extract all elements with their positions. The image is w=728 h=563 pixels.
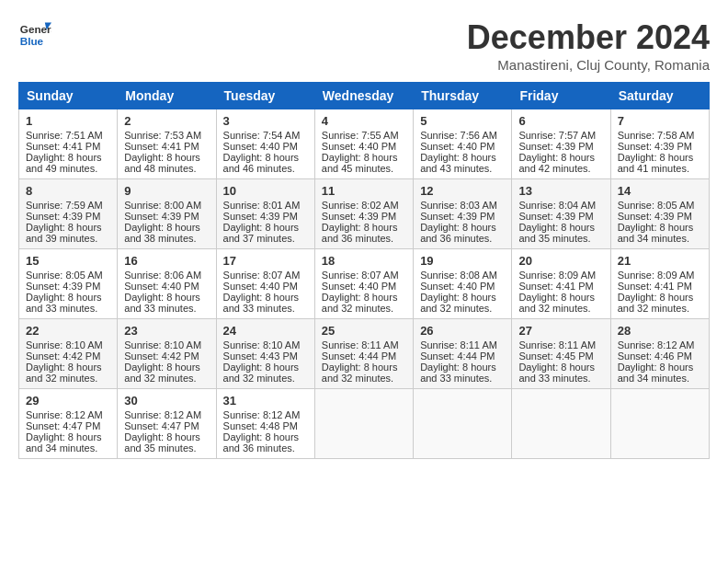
calendar-cell: 8Sunrise: 7:59 AMSunset: 4:39 PMDaylight…	[19, 179, 118, 249]
day-number: 7	[618, 114, 702, 128]
sunrise: Sunrise: 8:11 AM	[420, 339, 497, 350]
header-thursday: Thursday	[414, 83, 512, 109]
sunrise: Sunrise: 8:05 AM	[26, 270, 103, 281]
sunset: Sunset: 4:39 PM	[26, 211, 100, 222]
day-number: 21	[618, 254, 702, 268]
sunrise: Sunrise: 8:07 AM	[322, 270, 399, 281]
day-number: 8	[26, 184, 110, 198]
sunrise: Sunrise: 8:12 AM	[26, 409, 103, 420]
calendar-cell: 22Sunrise: 8:10 AMSunset: 4:42 PMDayligh…	[19, 319, 118, 389]
sunrise: Sunrise: 7:54 AM	[223, 130, 301, 141]
daylight: Daylight: 8 hours and 36 minutes.	[322, 222, 398, 244]
sunrise: Sunrise: 8:03 AM	[420, 200, 497, 211]
day-number: 30	[124, 394, 209, 408]
daylight: Daylight: 8 hours and 39 minutes.	[26, 222, 102, 244]
daylight: Daylight: 8 hours and 38 minutes.	[124, 222, 200, 244]
day-number: 24	[223, 324, 308, 338]
calendar-cell: 6Sunrise: 7:57 AMSunset: 4:39 PMDaylight…	[512, 109, 610, 179]
sunset: Sunset: 4:39 PM	[124, 211, 199, 222]
calendar-cell: 3Sunrise: 7:54 AMSunset: 4:40 PMDaylight…	[216, 109, 314, 179]
daylight: Daylight: 8 hours and 46 minutes.	[223, 152, 300, 174]
sunset: Sunset: 4:39 PM	[618, 211, 692, 222]
day-number: 5	[420, 114, 505, 128]
day-number: 11	[322, 184, 406, 198]
calendar-week-5: 29Sunrise: 8:12 AMSunset: 4:47 PMDayligh…	[19, 389, 710, 459]
sunset: Sunset: 4:42 PM	[26, 350, 100, 362]
daylight: Daylight: 8 hours and 32 minutes.	[124, 362, 200, 384]
sunrise: Sunrise: 8:01 AM	[223, 200, 301, 211]
day-number: 26	[420, 324, 505, 338]
sunset: Sunset: 4:46 PM	[618, 350, 692, 362]
day-number: 16	[124, 254, 209, 268]
calendar-cell: 5Sunrise: 7:56 AMSunset: 4:40 PMDaylight…	[414, 109, 512, 179]
daylight: Daylight: 8 hours and 33 minutes.	[124, 292, 200, 314]
sunset: Sunset: 4:39 PM	[223, 211, 298, 222]
calendar-cell: 21Sunrise: 8:09 AMSunset: 4:41 PMDayligh…	[610, 249, 709, 319]
sunset: Sunset: 4:39 PM	[518, 141, 593, 152]
sunset: Sunset: 4:47 PM	[124, 420, 199, 431]
sunset: Sunset: 4:39 PM	[518, 211, 593, 222]
day-number: 17	[223, 254, 308, 268]
header-sunday: Sunday	[19, 83, 118, 109]
calendar-cell: 24Sunrise: 8:10 AMSunset: 4:43 PMDayligh…	[216, 319, 314, 389]
daylight: Daylight: 8 hours and 33 minutes.	[26, 292, 102, 314]
calendar-cell: 20Sunrise: 8:09 AMSunset: 4:41 PMDayligh…	[512, 249, 610, 319]
day-number: 31	[223, 394, 308, 408]
day-number: 4	[322, 114, 406, 128]
sunrise: Sunrise: 7:55 AM	[322, 130, 399, 141]
calendar-week-2: 8Sunrise: 7:59 AMSunset: 4:39 PMDaylight…	[19, 179, 710, 249]
location: Manastireni, Cluj County, Romania	[467, 57, 710, 73]
sunrise: Sunrise: 8:10 AM	[124, 339, 201, 350]
header-wednesday: Wednesday	[314, 83, 413, 109]
calendar-cell: 1Sunrise: 7:51 AMSunset: 4:41 PMDaylight…	[19, 109, 118, 179]
calendar-cell: 19Sunrise: 8:08 AMSunset: 4:40 PMDayligh…	[414, 249, 512, 319]
sunrise: Sunrise: 8:08 AM	[420, 270, 497, 281]
sunrise: Sunrise: 8:05 AM	[618, 200, 695, 211]
sunset: Sunset: 4:40 PM	[420, 141, 495, 152]
sunrise: Sunrise: 8:10 AM	[223, 339, 301, 350]
calendar-cell: 16Sunrise: 8:06 AMSunset: 4:40 PMDayligh…	[118, 249, 216, 319]
sunset: Sunset: 4:39 PM	[26, 281, 100, 292]
sunrise: Sunrise: 7:59 AM	[26, 200, 103, 211]
calendar-cell	[314, 389, 413, 459]
sunrise: Sunrise: 7:58 AM	[618, 130, 695, 141]
daylight: Daylight: 8 hours and 32 minutes.	[420, 292, 496, 314]
sunset: Sunset: 4:48 PM	[223, 420, 298, 431]
page-header: General Blue December 2024 Manastireni, …	[18, 18, 710, 73]
calendar-cell: 14Sunrise: 8:05 AMSunset: 4:39 PMDayligh…	[610, 179, 709, 249]
sunset: Sunset: 4:40 PM	[223, 141, 298, 152]
calendar-cell: 30Sunrise: 8:12 AMSunset: 4:47 PMDayligh…	[118, 389, 216, 459]
calendar-cell: 2Sunrise: 7:53 AMSunset: 4:41 PMDaylight…	[118, 109, 216, 179]
daylight: Daylight: 8 hours and 34 minutes.	[618, 362, 694, 384]
calendar-cell: 13Sunrise: 8:04 AMSunset: 4:39 PMDayligh…	[512, 179, 610, 249]
day-number: 10	[223, 184, 308, 198]
daylight: Daylight: 8 hours and 35 minutes.	[518, 222, 595, 244]
day-number: 15	[26, 254, 110, 268]
sunrise: Sunrise: 8:02 AM	[322, 200, 399, 211]
calendar-cell: 27Sunrise: 8:11 AMSunset: 4:45 PMDayligh…	[512, 319, 610, 389]
sunrise: Sunrise: 8:11 AM	[518, 339, 596, 350]
sunrise: Sunrise: 8:12 AM	[124, 409, 201, 420]
day-number: 23	[124, 324, 209, 338]
sunset: Sunset: 4:40 PM	[420, 281, 495, 292]
calendar-cell: 18Sunrise: 8:07 AMSunset: 4:40 PMDayligh…	[314, 249, 413, 319]
logo-icon: General Blue	[18, 18, 51, 52]
header-friday: Friday	[512, 83, 610, 109]
sunset: Sunset: 4:47 PM	[26, 420, 100, 431]
sunset: Sunset: 4:41 PM	[124, 141, 199, 152]
daylight: Daylight: 8 hours and 49 minutes.	[26, 152, 102, 174]
sunset: Sunset: 4:40 PM	[322, 141, 396, 152]
header-monday: Monday	[118, 83, 216, 109]
header-tuesday: Tuesday	[216, 83, 314, 109]
sunset: Sunset: 4:44 PM	[420, 350, 495, 362]
day-number: 25	[322, 324, 406, 338]
sunrise: Sunrise: 8:11 AM	[322, 339, 399, 350]
svg-text:Blue: Blue	[20, 35, 44, 47]
calendar-cell	[512, 389, 610, 459]
sunset: Sunset: 4:40 PM	[322, 281, 396, 292]
calendar-cell: 7Sunrise: 7:58 AMSunset: 4:39 PMDaylight…	[610, 109, 709, 179]
calendar-cell	[414, 389, 512, 459]
day-number: 6	[518, 114, 603, 128]
daylight: Daylight: 8 hours and 37 minutes.	[223, 222, 300, 244]
daylight: Daylight: 8 hours and 32 minutes.	[618, 292, 694, 314]
